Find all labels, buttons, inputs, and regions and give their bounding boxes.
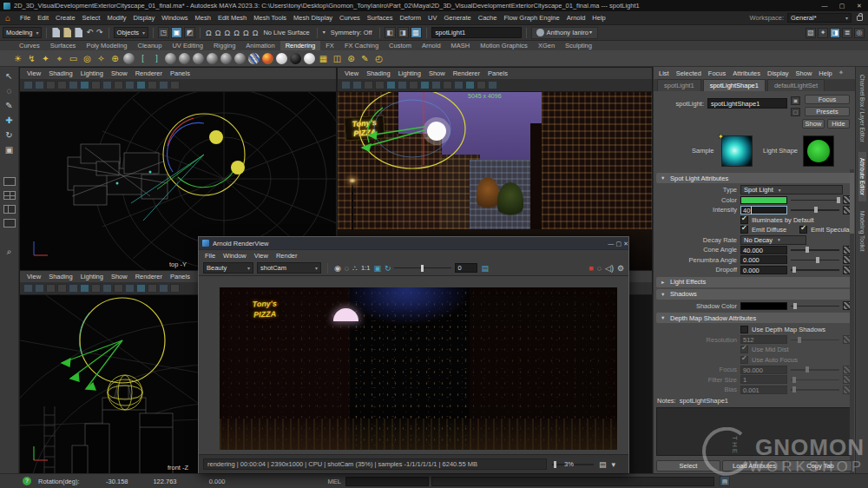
ae-node-tab[interactable]: spotLightShape1 — [703, 79, 766, 91]
viewport-menu-item[interactable]: Panels — [170, 69, 190, 77]
menu-item[interactable]: Arnold — [563, 14, 589, 22]
focus-field[interactable]: 90.000 — [740, 366, 787, 374]
viewport-toolbar-icon[interactable] — [443, 81, 452, 89]
log-display-icon[interactable]: ▤ — [481, 261, 489, 275]
viewport-toolbar-icon[interactable] — [69, 81, 78, 89]
shelf-tab[interactable]: XGen — [533, 41, 560, 50]
viewport-toolbar-icon[interactable] — [114, 81, 123, 89]
menu-item[interactable]: Edit — [34, 14, 52, 22]
select-component-icon[interactable]: ◩ — [184, 27, 195, 38]
menu-item[interactable]: Edit Mesh — [214, 14, 250, 22]
viewport-toolbar-icon[interactable] — [125, 81, 135, 89]
light-shape-swatch[interactable] — [803, 135, 834, 167]
stop-render-icon[interactable]: ■ — [589, 261, 593, 275]
penumbra-angle-field[interactable]: 0.000 — [740, 255, 787, 264]
filter-size-slider[interactable] — [791, 375, 839, 384]
light-type-dropdown[interactable]: Spot Light ▾ — [740, 185, 843, 195]
pin-icon[interactable]: ⌖ — [839, 69, 855, 77]
render-view-open-icon[interactable]: ◧ — [385, 27, 396, 38]
shelf-tab[interactable]: Surfaces — [45, 41, 82, 50]
shelf-tab[interactable]: Poly Modeling — [81, 41, 132, 50]
dropoff-field[interactable]: 0.000 — [740, 266, 787, 274]
rotate-tool-icon[interactable]: ↻ — [5, 130, 12, 140]
shelf-icon-anisotropic[interactable] — [179, 53, 190, 64]
viewport-toolbar-icon[interactable] — [91, 284, 101, 293]
region-render-icon[interactable]: ▣ — [373, 261, 381, 275]
save-scene-icon[interactable] — [75, 28, 82, 37]
quick-selection-field[interactable]: spotLight1 — [431, 27, 522, 38]
viewport-toolbar-icon[interactable] — [23, 81, 33, 89]
shelf-icon-use-background[interactable] — [290, 53, 301, 64]
viewport-menu-item[interactable]: Shading — [49, 69, 73, 77]
zoom-ratio-label[interactable]: 1:1 — [361, 264, 370, 272]
ae-footer-button[interactable]: Copy Tab — [788, 460, 852, 472]
mid-dist-checkbox[interactable]: ✔ — [740, 346, 748, 353]
menu-item[interactable]: Deform — [396, 14, 424, 22]
cone-angle-field[interactable]: 40.000 — [740, 246, 787, 254]
section-light-effects[interactable]: ► Light Effects — [656, 277, 852, 287]
hide-button[interactable]: Hide — [827, 119, 850, 129]
ae-node-tab[interactable]: defaultLightSet — [767, 79, 825, 91]
renderview-menu-item[interactable]: View — [254, 252, 268, 260]
ae-menu-item[interactable]: List — [659, 69, 669, 77]
slider-handle[interactable] — [816, 257, 819, 263]
show-button[interactable]: Show — [802, 119, 825, 129]
snap-view-plane-icon[interactable]: Ω — [242, 29, 250, 37]
settings-gear-icon[interactable]: ⚙ — [617, 261, 624, 275]
list-output-icon[interactable]: ▢ — [791, 108, 800, 116]
menu-item[interactable]: Mesh — [192, 14, 214, 22]
viewport-toolbar-icon[interactable] — [148, 284, 157, 293]
ae-menu-item[interactable]: Selected — [676, 69, 701, 77]
workspace-selector[interactable]: General* ▾ — [787, 13, 852, 23]
select-tool-icon[interactable]: ↖ — [5, 71, 12, 81]
channel-box-toggle-icon[interactable]: ≣ — [842, 28, 852, 38]
shelf-icon-camera[interactable]: ✧ — [95, 52, 107, 65]
viewport-toolbar-icon[interactable] — [46, 81, 56, 89]
layout-four-pane-button[interactable] — [3, 191, 16, 200]
viewport-menu-item[interactable]: Renderer — [135, 69, 162, 77]
zoom-tool-icon[interactable]: ⌕ — [7, 247, 12, 256]
viewport-toolbar-icon[interactable] — [170, 284, 180, 293]
viewport-toolbar-icon[interactable] — [386, 81, 396, 89]
slider-handle[interactable] — [554, 461, 556, 468]
slider-handle[interactable] — [792, 386, 796, 392]
viewport-menu-item[interactable]: Shading — [49, 273, 73, 280]
viewport-toolbar-icon[interactable] — [46, 284, 56, 293]
resolution-slider[interactable] — [791, 335, 839, 344]
focus-slider[interactable] — [791, 366, 839, 374]
snapshot-icon[interactable]: ◌ — [345, 261, 349, 275]
renderview-image-area[interactable]: Tony's PIZZA — [199, 276, 628, 454]
minimize-icon[interactable]: — — [816, 0, 833, 11]
viewport-menu-item[interactable]: Show — [111, 69, 128, 77]
workspace-lock-icon[interactable] — [857, 16, 863, 21]
viewport-toolbar-icon[interactable] — [170, 81, 180, 89]
viewport-menu-item[interactable]: Renderer — [453, 69, 480, 77]
viewport-menu-item[interactable]: Shading — [366, 69, 391, 77]
menu-item[interactable]: Windows — [158, 14, 191, 22]
shelf-tab[interactable]: FX — [320, 41, 339, 50]
ae-menu-item[interactable]: Attributes — [733, 69, 760, 77]
menu-item[interactable]: Modify — [103, 14, 129, 22]
shelf-icon-paint-effects[interactable]: ✎ — [359, 52, 371, 65]
shadow-color-swatch[interactable] — [740, 302, 787, 310]
shelf-icon-layered-shader[interactable] — [304, 53, 315, 64]
user-account-menu[interactable]: Anthony Ianiro ▾ — [531, 27, 598, 39]
shelf-icon-ambient-light[interactable]: ☀ — [12, 52, 23, 65]
snap-curve-icon[interactable]: Ω — [214, 29, 222, 37]
shelf-icon-phong-e[interactable] — [234, 53, 246, 64]
shelf-icon-volume-light[interactable]: ◎ — [82, 52, 93, 65]
home-icon[interactable]: ⌂ — [5, 13, 10, 23]
shelf-icon-render-settings[interactable]: ▦ — [318, 52, 329, 65]
swap-node-icon[interactable]: ▣ — [791, 96, 800, 105]
attribute-editor-toggle-icon[interactable]: ◨ — [830, 28, 840, 38]
emit-diffuse-checkbox[interactable]: ✔ — [740, 226, 748, 234]
dropoff-slider[interactable] — [791, 266, 839, 274]
viewport-toolbar-icon[interactable] — [341, 81, 351, 89]
shelf-icon-spot-light[interactable]: ⌖ — [54, 52, 65, 65]
audio-notify-icon[interactable]: ◁) — [605, 261, 614, 275]
ae-menu-item[interactable]: Help — [819, 69, 832, 77]
viewport-menu-item[interactable]: Renderer — [135, 273, 162, 280]
viewport-toolbar-icon[interactable] — [57, 284, 67, 293]
viewport-toolbar-icon[interactable] — [364, 81, 373, 89]
menu-item[interactable]: Flow Graph Engine — [500, 14, 562, 22]
